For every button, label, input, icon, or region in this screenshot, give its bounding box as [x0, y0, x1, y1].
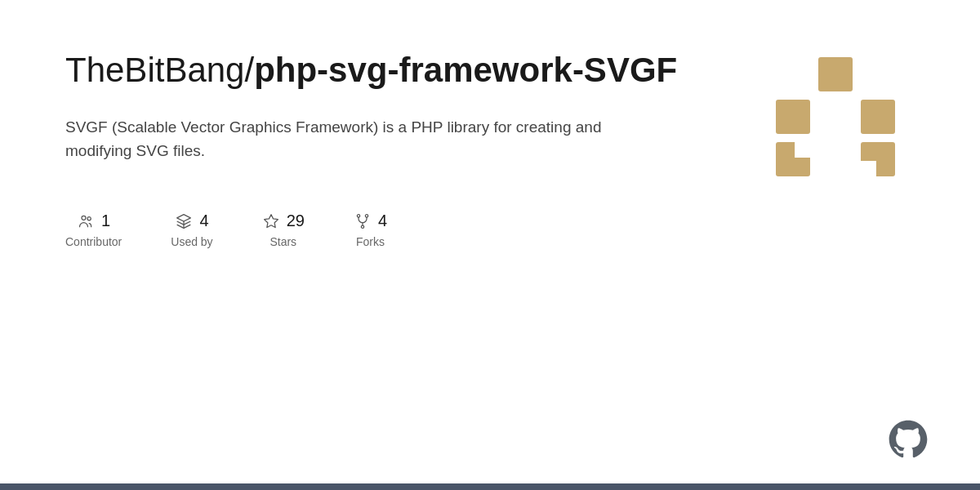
stars-count: 29: [287, 212, 305, 230]
contributor-label: Contributor: [65, 235, 122, 248]
github-icon-container: [885, 416, 931, 466]
left-section: TheBitBang/php-svg-framework-SVGF SVGF (…: [65, 49, 686, 248]
contributor-count: 1: [101, 212, 110, 230]
grid-cell-notched: [776, 142, 810, 176]
grid-cell-filled: [818, 57, 853, 91]
stats-row: 1 Contributor: [65, 212, 686, 248]
used-by-label: Used by: [171, 235, 212, 248]
stat-used-by-top: 4: [175, 212, 208, 230]
stat-used-by[interactable]: 4 Used by: [171, 212, 212, 248]
bottom-bar: [0, 483, 980, 490]
grid-cell-filled3: [861, 100, 895, 134]
stat-stars-top: 29: [262, 212, 305, 230]
forks-count: 4: [378, 212, 387, 230]
forks-label: Forks: [356, 235, 385, 248]
repo-description: SVGF (Scalable Vector Graphics Framework…: [65, 115, 621, 163]
svg-point-0: [82, 216, 86, 220]
stat-forks[interactable]: 4 Forks: [354, 212, 387, 248]
repo-title: TheBitBang/php-svg-framework-SVGF: [65, 49, 686, 92]
svg-point-5: [365, 215, 368, 217]
contributor-icon: [77, 212, 95, 230]
svg-point-4: [357, 215, 359, 217]
svg-marker-3: [264, 215, 278, 228]
brand-grid: [776, 57, 895, 176]
stat-contributors-top: 1: [77, 212, 110, 230]
stars-label: Stars: [270, 235, 296, 248]
main-content: TheBitBang/php-svg-framework-SVGF SVGF (…: [0, 0, 980, 483]
stat-stars[interactable]: 29 Stars: [262, 212, 305, 248]
grid-cell-notched2: [861, 142, 895, 176]
repo-owner: TheBitBang/: [65, 51, 254, 89]
repo-name: php-svg-framework-SVGF: [254, 51, 677, 89]
stat-contributors[interactable]: 1 Contributor: [65, 212, 122, 248]
grid-cell-empty3: [818, 100, 853, 134]
grid-cell-empty4: [818, 142, 853, 176]
github-icon: [885, 416, 931, 462]
brand-mark: [760, 57, 906, 220]
right-section: [751, 49, 915, 220]
svg-point-1: [87, 216, 91, 220]
page-container: TheBitBang/php-svg-framework-SVGF SVGF (…: [0, 0, 980, 490]
stat-forks-top: 4: [354, 212, 387, 230]
grid-cell-empty: [776, 57, 810, 91]
grid-cell-empty2: [861, 57, 895, 91]
svg-point-6: [361, 225, 363, 228]
grid-cell-filled2: [776, 100, 810, 134]
used-by-count: 4: [199, 212, 208, 230]
star-icon: [262, 212, 280, 230]
fork-icon: [354, 212, 372, 230]
package-icon: [175, 212, 193, 230]
